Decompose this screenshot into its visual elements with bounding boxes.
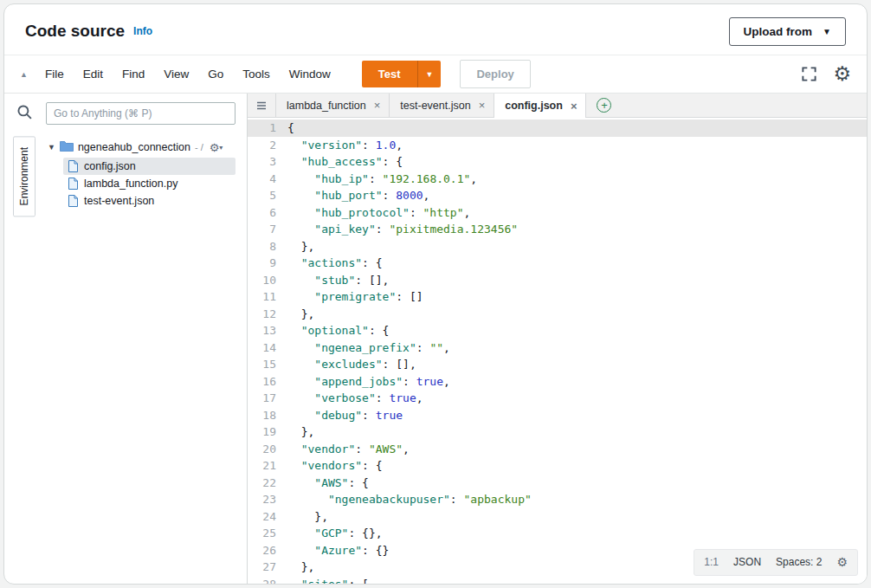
code-line[interactable]: 6 "hub_protocol": "http", xyxy=(248,204,867,222)
test-button[interactable]: Test xyxy=(362,61,417,87)
code-text: }, xyxy=(287,508,867,526)
tab-label: test-event.json xyxy=(400,100,470,112)
menu-view[interactable]: View xyxy=(164,68,189,81)
upload-from-button[interactable]: Upload from ▼ xyxy=(729,17,846,46)
code-text: "actions": { xyxy=(287,255,867,272)
code-line[interactable]: 20 "vendor": "AWS", xyxy=(248,441,867,458)
file-label: lambda_function.py xyxy=(84,178,177,190)
code-text: { xyxy=(287,120,867,137)
line-number: 2 xyxy=(248,137,287,154)
code-line[interactable]: 2 "version": 1.0, xyxy=(248,137,867,154)
menu-edit[interactable]: Edit xyxy=(83,68,103,81)
language-mode[interactable]: JSON xyxy=(733,554,761,572)
sidebar-icon-strip: Environment xyxy=(4,94,44,584)
code-text: "append_jobs": true, xyxy=(287,373,867,391)
info-link[interactable]: Info xyxy=(133,25,152,37)
tab-label: lambda_function xyxy=(287,100,366,112)
deploy-button[interactable]: Deploy xyxy=(460,60,530,88)
editor-tabbar: lambda_function×test-event.json×config.j… xyxy=(248,94,867,118)
code-line[interactable]: 3 "hub_access": { xyxy=(248,153,867,171)
code-line[interactable]: 17 "verbose": true, xyxy=(248,390,867,407)
close-icon[interactable]: × xyxy=(374,100,381,111)
line-number: 21 xyxy=(248,457,287,475)
file-lambda_function.py[interactable]: lambda_function.py xyxy=(63,175,235,192)
sidebar-body: ▼ ngeneahub_connection - / ⚙▾ config.jso… xyxy=(44,94,247,584)
code-text: "ngenea_prefix": "", xyxy=(287,339,867,357)
code-line[interactable]: 14 "ngenea_prefix": "", xyxy=(248,339,867,357)
code-line[interactable]: 28 "sites": [ xyxy=(248,576,867,585)
menu-go[interactable]: Go xyxy=(208,68,223,81)
line-number: 5 xyxy=(248,187,287,204)
line-number: 8 xyxy=(248,238,287,255)
code-line[interactable]: 11 "premigrate": [] xyxy=(248,288,867,306)
code-line[interactable]: 1{ xyxy=(248,120,867,137)
code-line[interactable]: 7 "api_key": "pixitmedia.123456" xyxy=(248,221,867,238)
indent-setting[interactable]: Spaces: 2 xyxy=(776,554,822,572)
test-dropdown-button[interactable]: ▼ xyxy=(417,61,442,87)
environment-tab[interactable]: Environment xyxy=(13,136,35,216)
file-test-event.json[interactable]: test-event.json xyxy=(63,192,235,210)
line-number: 19 xyxy=(248,423,287,441)
code-text: "AWS": { xyxy=(287,475,867,492)
collapse-panel-icon[interactable]: ▲ xyxy=(20,70,28,79)
code-text: "hub_ip": "192.168.0.1", xyxy=(287,171,867,188)
tab-config.json[interactable]: config.json× xyxy=(494,94,586,118)
code-line[interactable]: 25 "GCP": {}, xyxy=(248,525,867,542)
code-text: "debug": true xyxy=(287,407,867,424)
tab-test-event.json[interactable]: test-event.json× xyxy=(390,94,494,117)
menu-find[interactable]: Find xyxy=(122,68,145,81)
line-number: 27 xyxy=(248,559,287,576)
menu-file[interactable]: File xyxy=(45,68,64,81)
code-line[interactable]: 16 "append_jobs": true, xyxy=(248,373,867,391)
disclosure-triangle-icon[interactable]: ▼ xyxy=(48,143,55,152)
search-icon[interactable] xyxy=(16,104,33,120)
page-title: Code source xyxy=(25,22,125,41)
code-line[interactable]: 21 "vendors": { xyxy=(248,457,867,475)
line-number: 18 xyxy=(248,407,287,424)
tab-lambda_function[interactable]: lambda_function× xyxy=(275,94,390,117)
code-line[interactable]: 5 "hub_port": 8000, xyxy=(248,187,867,204)
code-line[interactable]: 4 "hub_ip": "192.168.0.1", xyxy=(248,171,867,188)
menubar: ▲ FileEditFindViewGoToolsWindow Test ▼ D… xyxy=(4,55,867,94)
code-line[interactable]: 18 "debug": true xyxy=(248,407,867,424)
tab-list-icon[interactable] xyxy=(248,94,275,117)
chevron-down-icon: ▼ xyxy=(823,27,831,36)
code-text: }, xyxy=(287,238,867,255)
folder-row[interactable]: ▼ ngeneahub_connection - / ⚙▾ xyxy=(46,139,235,156)
code-text: "stub": [], xyxy=(287,272,867,289)
cursor-position[interactable]: 1:1 xyxy=(704,554,719,572)
main-area: Environment ▼ ngeneahub_connection - / ⚙… xyxy=(4,94,867,584)
go-to-anything-input[interactable] xyxy=(46,102,235,125)
code-line[interactable]: 19 }, xyxy=(248,423,867,441)
editor-settings-gear-icon[interactable]: ⚙ xyxy=(836,556,848,568)
code-line[interactable]: 10 "stub": [], xyxy=(248,272,867,289)
code-line[interactable]: 23 "ngeneabackupuser": "apbackup" xyxy=(248,491,867,508)
code-line[interactable]: 22 "AWS": { xyxy=(248,475,867,492)
environment-tab-label: Environment xyxy=(18,147,30,205)
close-icon[interactable]: × xyxy=(479,100,486,111)
line-number: 25 xyxy=(248,525,287,542)
file-config.json[interactable]: config.json xyxy=(63,158,235,175)
close-icon[interactable]: × xyxy=(571,100,577,112)
upload-from-label: Upload from xyxy=(744,25,813,38)
folder-path: - / xyxy=(195,142,203,152)
code-area[interactable]: 1{2 "version": 1.0,3 "hub_access": {4 "h… xyxy=(248,118,867,584)
code-line[interactable]: 13 "optional": { xyxy=(248,322,867,339)
settings-gear-icon[interactable]: ⚙ xyxy=(833,64,851,84)
line-number: 14 xyxy=(248,339,287,357)
code-line[interactable]: 12 }, xyxy=(248,306,867,323)
folder-gear-icon[interactable]: ⚙▾ xyxy=(210,141,223,154)
code-line[interactable]: 9 "actions": { xyxy=(248,255,867,272)
code-line[interactable]: 8 }, xyxy=(248,238,867,255)
menubar-menus: FileEditFindViewGoToolsWindow xyxy=(45,68,350,81)
code-text: "excludes": [], xyxy=(287,356,867,373)
new-tab-button[interactable]: + xyxy=(597,98,611,113)
folder-icon xyxy=(60,140,74,154)
line-number: 17 xyxy=(248,390,287,407)
fullscreen-icon[interactable] xyxy=(801,66,817,82)
menu-tools[interactable]: Tools xyxy=(242,68,270,81)
file-label: test-event.json xyxy=(84,195,154,207)
menu-window[interactable]: Window xyxy=(289,68,331,81)
code-line[interactable]: 15 "excludes": [], xyxy=(248,356,867,373)
code-line[interactable]: 24 }, xyxy=(248,508,867,526)
